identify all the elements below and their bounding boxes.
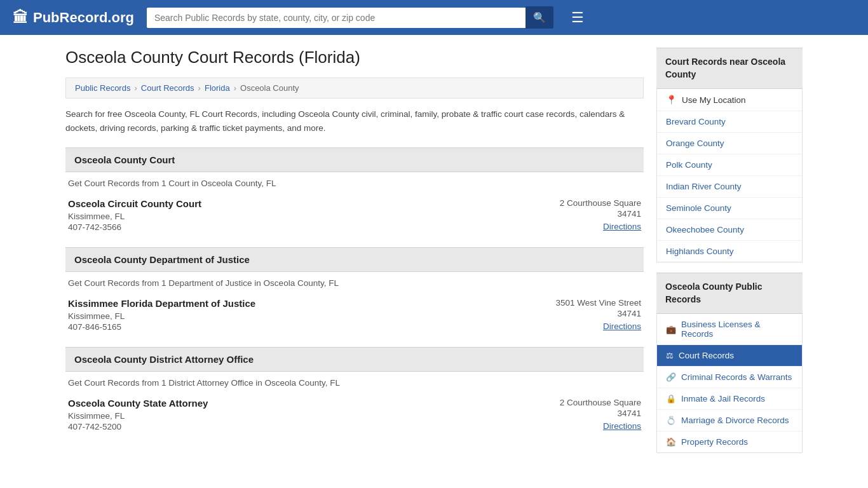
sidebar-item-marriage-records[interactable]: 💍 Marriage & Divorce Records bbox=[657, 410, 802, 431]
sidebar-item-criminal-records[interactable]: 🔗 Criminal Records & Warrants bbox=[657, 367, 802, 388]
logo-text: PubRecord.org bbox=[33, 10, 134, 26]
marriage-records-label: Marriage & Divorce Records bbox=[681, 416, 789, 425]
sidebar-item-inmate-records[interactable]: 🔒 Inmate & Jail Records bbox=[657, 388, 802, 410]
record-phone-1: 407-742-3566 bbox=[68, 222, 560, 232]
rings-icon: 💍 bbox=[666, 416, 676, 425]
sidebar-public-records-list: 💼 Business Licenses & Records ⚖ Court Re… bbox=[656, 314, 803, 453]
breadcrumb-court-records[interactable]: Court Records bbox=[141, 83, 194, 93]
record-info-3: Osceola County State Attorney Kissimmee,… bbox=[68, 398, 560, 433]
section-header-doj: Osceola County Department of Justice bbox=[65, 247, 644, 272]
breadcrumb-current: Osceola County bbox=[240, 83, 299, 93]
property-records-label: Property Records bbox=[681, 437, 748, 447]
sidebar-item-court-records[interactable]: ⚖ Court Records bbox=[657, 345, 802, 367]
sidebar-item-polk[interactable]: Polk County bbox=[657, 154, 802, 176]
record-name-2: Kissimmee Florida Department of Justice bbox=[68, 298, 555, 309]
record-name-1: Osceola Circuit County Court bbox=[68, 198, 560, 209]
site-header: 🏛 PubRecord.org 🔍 ☰ bbox=[0, 0, 868, 35]
breadcrumb-sep-2: › bbox=[198, 83, 201, 93]
record-phone-3: 407-742-5200 bbox=[68, 422, 560, 431]
sidebar-item-brevard[interactable]: Brevard County bbox=[657, 111, 802, 133]
record-name-3: Osceola County State Attorney bbox=[68, 398, 560, 409]
home-icon: 🏠 bbox=[666, 437, 676, 447]
link-icon: 🔗 bbox=[666, 372, 676, 382]
intro-text: Search for free Osceola County, FL Court… bbox=[65, 107, 644, 135]
sidebar-item-use-location[interactable]: 📍 Use My Location bbox=[657, 89, 802, 111]
record-city-1: Kissimmee, FL bbox=[68, 212, 560, 221]
breadcrumb-sep-3: › bbox=[234, 83, 236, 93]
court-records-label: Court Records bbox=[679, 351, 734, 360]
record-address-3: 2 Courthouse Square 34741 Directions bbox=[560, 398, 641, 433]
directions-link-2[interactable]: Directions bbox=[603, 322, 641, 331]
record-entry-2: Kissimmee Florida Department of Justice … bbox=[65, 298, 644, 333]
record-city-3: Kissimmee, FL bbox=[68, 411, 560, 421]
breadcrumb: Public Records › Court Records › Florida… bbox=[65, 78, 644, 98]
search-input[interactable] bbox=[147, 8, 526, 28]
sidebar-item-indian-river[interactable]: Indian River County bbox=[657, 176, 802, 198]
sidebar-item-highlands[interactable]: Highlands County bbox=[657, 241, 802, 262]
breadcrumb-public-records[interactable]: Public Records bbox=[75, 83, 130, 93]
record-info-2: Kissimmee Florida Department of Justice … bbox=[68, 298, 555, 333]
indian-river-label: Indian River County bbox=[666, 182, 742, 191]
main-container: Osceola County Court Records (Florida) P… bbox=[53, 35, 815, 476]
record-entry-3: Osceola County State Attorney Kissimmee,… bbox=[65, 398, 644, 433]
section-desc-da: Get Court Records from 1 District Attorn… bbox=[65, 378, 644, 388]
brevard-label: Brevard County bbox=[666, 117, 726, 126]
section-header-da: Osceola County District Attorney Office bbox=[65, 347, 644, 372]
sidebar: Court Records near Osceola County 📍 Use … bbox=[656, 48, 803, 463]
site-logo[interactable]: 🏛 PubRecord.org bbox=[13, 9, 134, 27]
record-address-1: 2 Courthouse Square 34741 Directions bbox=[560, 198, 641, 233]
section-desc-doj: Get Court Records from 1 Department of J… bbox=[65, 278, 644, 288]
scale-icon: ⚖ bbox=[666, 351, 674, 360]
breadcrumb-sep-1: › bbox=[134, 83, 137, 93]
breadcrumb-florida[interactable]: Florida bbox=[205, 83, 230, 93]
record-street-1: 2 Courthouse Square bbox=[560, 198, 641, 208]
use-location-label: Use My Location bbox=[682, 95, 746, 105]
page-title: Osceola County Court Records (Florida) bbox=[65, 48, 644, 67]
record-street-2: 3501 West Vine Street bbox=[555, 298, 641, 308]
location-pin-icon: 📍 bbox=[666, 95, 677, 105]
record-info-1: Osceola Circuit County Court Kissimmee, … bbox=[68, 198, 560, 233]
sidebar-item-business-licenses[interactable]: 💼 Business Licenses & Records bbox=[657, 314, 802, 345]
sidebar-nearby-list: 📍 Use My Location Brevard County Orange … bbox=[656, 89, 803, 262]
lock-icon: 🔒 bbox=[666, 394, 676, 403]
record-zip-3: 34741 bbox=[560, 409, 641, 418]
record-entry-1: Osceola Circuit County Court Kissimmee, … bbox=[65, 198, 644, 233]
main-content: Osceola County Court Records (Florida) P… bbox=[65, 48, 644, 463]
sidebar-public-records-title: Osceola County Public Records bbox=[656, 273, 803, 314]
criminal-records-label: Criminal Records & Warrants bbox=[681, 372, 792, 382]
sidebar-nearby-title: Court Records near Osceola County bbox=[656, 48, 803, 89]
business-licenses-label: Business Licenses & Records bbox=[681, 320, 793, 339]
inmate-records-label: Inmate & Jail Records bbox=[681, 394, 765, 403]
directions-link-1[interactable]: Directions bbox=[603, 222, 641, 231]
record-zip-1: 34741 bbox=[560, 209, 641, 219]
seminole-label: Seminole County bbox=[666, 203, 731, 213]
section-desc-court: Get Court Records from 1 Court in Osceol… bbox=[65, 179, 644, 188]
highlands-label: Highlands County bbox=[666, 247, 734, 256]
polk-label: Polk County bbox=[666, 160, 712, 170]
sidebar-item-okeechobee[interactable]: Okeechobee County bbox=[657, 219, 802, 241]
okeechobee-label: Okeechobee County bbox=[666, 225, 744, 234]
directions-link-3[interactable]: Directions bbox=[603, 421, 641, 431]
sidebar-item-orange[interactable]: Orange County bbox=[657, 133, 802, 154]
search-button[interactable]: 🔍 bbox=[526, 6, 553, 29]
briefcase-icon: 💼 bbox=[666, 325, 676, 334]
section-header-court: Osceola County Court bbox=[65, 147, 644, 172]
sidebar-item-seminole[interactable]: Seminole County bbox=[657, 198, 802, 219]
menu-icon[interactable]: ☰ bbox=[571, 10, 584, 26]
sidebar-item-property-records[interactable]: 🏠 Property Records bbox=[657, 431, 802, 452]
record-city-2: Kissimmee, FL bbox=[68, 311, 555, 321]
search-bar: 🔍 bbox=[147, 6, 553, 29]
record-street-3: 2 Courthouse Square bbox=[560, 398, 641, 407]
record-address-2: 3501 West Vine Street 34741 Directions bbox=[555, 298, 641, 333]
record-zip-2: 34741 bbox=[555, 309, 641, 318]
record-phone-2: 407-846-5165 bbox=[68, 322, 555, 332]
orange-label: Orange County bbox=[666, 139, 724, 148]
building-icon: 🏛 bbox=[13, 9, 28, 27]
